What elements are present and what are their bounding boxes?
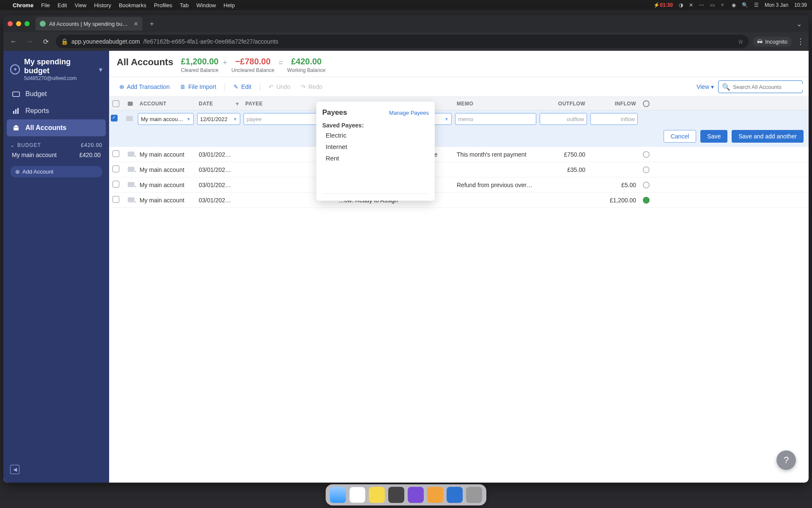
row-checkbox[interactable] [112, 181, 119, 188]
table-row[interactable]: My main account03/01/202……ow: Ready to A… [109, 193, 809, 208]
tabs-overflow-icon[interactable]: ⌄ [796, 20, 804, 28]
menu-bookmarks[interactable]: Bookmarks [119, 2, 146, 8]
collapse-sidebar-button[interactable]: ◀ [7, 461, 106, 478]
cancel-button[interactable]: Cancel [664, 130, 697, 143]
flag-icon[interactable] [128, 152, 134, 157]
wifi-icon[interactable]: ᯤ [721, 2, 726, 8]
payee-option[interactable]: Internet [316, 141, 435, 152]
dock-app-7[interactable] [447, 487, 463, 503]
flag-icon[interactable] [126, 116, 133, 121]
table-row[interactable]: My main account03/01/202……nediate Obliga… [109, 147, 809, 162]
dock-app-chrome[interactable] [349, 487, 365, 503]
siri-icon[interactable]: ☰ [754, 2, 759, 8]
reload-button[interactable]: ⟳ [40, 36, 52, 47]
sidebar-item-all-accounts[interactable]: All Accounts [7, 119, 106, 136]
date-combo[interactable]: 12/01/2022▼ [197, 113, 240, 125]
forward-button[interactable]: → [24, 36, 36, 47]
spotlight-icon[interactable]: 🔍 [742, 2, 748, 8]
sidebar-item-reports[interactable]: Reports [7, 102, 106, 119]
menu-window[interactable]: Window [196, 2, 216, 8]
help-button[interactable]: ? [776, 450, 796, 470]
file-import-button[interactable]: 🗎File Import [176, 81, 220, 93]
grid-header: ACCOUNT DATE▾ PAYEE CATEGORY MEMO OUTFLO… [109, 97, 809, 110]
sidebar-section-amount: £420.00 [81, 142, 102, 148]
cleared-icon[interactable] [643, 197, 650, 204]
col-account[interactable]: ACCOUNT [136, 101, 195, 107]
row-checkbox[interactable] [112, 196, 119, 203]
redo-button[interactable]: ↷Redo [296, 81, 326, 93]
browser-tab[interactable]: All Accounts | My spending bu… ✕ [36, 17, 143, 30]
budget-switcher[interactable]: ✦ My spending budget 5d485270@uifeed.com… [7, 56, 106, 86]
menu-tab[interactable]: Tab [180, 2, 189, 8]
save-button[interactable]: Save [700, 130, 727, 143]
menu-view[interactable]: View [74, 2, 86, 8]
col-outflow[interactable]: OUTFLOW [538, 101, 589, 107]
select-all-checkbox[interactable] [112, 100, 119, 107]
address-bar[interactable]: 🔒 app.youneedabudget.com/fe67162b-e665-4… [56, 35, 749, 48]
row-checkbox[interactable] [112, 150, 119, 157]
star-icon[interactable]: ☆ [738, 38, 743, 45]
col-inflow[interactable]: INFLOW [589, 101, 639, 107]
dock-app-5[interactable] [408, 487, 424, 503]
new-tab-button[interactable]: ＋ [146, 18, 158, 30]
payee-option[interactable]: Rent [316, 152, 435, 164]
col-date[interactable]: DATE▾ [195, 101, 242, 107]
battery-icon[interactable]: ⚡01:30 [653, 2, 673, 8]
table-row[interactable]: My main account03/01/202……nediate Obliga… [109, 162, 809, 177]
add-account-button[interactable]: ⊕ Add Account [10, 166, 102, 177]
manage-payees-link[interactable]: Manage Payees [389, 110, 429, 116]
row-checkbox[interactable] [112, 166, 119, 172]
search-input[interactable] [733, 84, 804, 90]
account-combo[interactable]: My main accou…▼ [138, 113, 194, 125]
table-row[interactable]: My main account03/01/202……nediate Obliga… [109, 177, 809, 193]
search-box[interactable]: 🔍 [718, 80, 803, 93]
menubar-date[interactable]: Mon 3 Jan [765, 2, 788, 8]
cleared-icon[interactable] [643, 182, 650, 188]
browser-menu-icon[interactable]: ⋮ [797, 37, 804, 46]
edit-button[interactable]: ✎Edit [229, 81, 255, 93]
cleared-icon[interactable] [643, 151, 650, 158]
save-add-another-button[interactable]: Save and add another [732, 130, 804, 143]
sidebar-budget-section[interactable]: ⌄ BUDGET £420.00 [7, 142, 106, 148]
dock-trash[interactable] [466, 487, 482, 503]
menubar-time[interactable]: 10:39 [794, 2, 807, 8]
memo-input[interactable] [455, 113, 536, 125]
menubar-app[interactable]: Chrome [13, 2, 33, 8]
dock-app-terminal[interactable] [388, 487, 404, 503]
outflow-input[interactable] [540, 113, 587, 125]
menu-file[interactable]: File [41, 2, 50, 8]
dock-app-6[interactable] [427, 487, 443, 503]
close-tab-icon[interactable]: ✕ [134, 21, 138, 27]
col-memo[interactable]: MEMO [453, 101, 538, 107]
menu-history[interactable]: History [94, 2, 111, 8]
minimize-window-icon[interactable] [16, 21, 21, 26]
dock-app-notes[interactable] [369, 487, 385, 503]
row-checkbox[interactable] [111, 115, 118, 121]
incognito-badge[interactable]: 🕶 Incognito [753, 37, 792, 47]
status-icon-1[interactable]: ◑ [679, 2, 683, 8]
menu-profiles[interactable]: Profiles [154, 2, 172, 8]
close-window-icon[interactable] [8, 21, 13, 26]
add-transaction-button[interactable]: ⊕Add Transaction [115, 81, 174, 93]
maximize-window-icon[interactable] [25, 21, 30, 26]
dock-app-finder[interactable] [330, 487, 346, 503]
col-cleared[interactable] [639, 100, 653, 107]
menu-help[interactable]: Help [224, 2, 235, 8]
working-label: Working Balance [287, 67, 326, 73]
view-dropdown[interactable]: View▾ [697, 83, 714, 90]
sidebar-item-budget[interactable]: Budget [7, 86, 106, 102]
flag-icon[interactable] [128, 182, 134, 187]
back-button[interactable]: ← [8, 36, 19, 47]
control-center-icon[interactable]: ◉ [732, 2, 736, 8]
sidebar-account-row[interactable]: My main account £420.00 [7, 148, 106, 162]
payee-option[interactable]: Electric [316, 130, 435, 141]
status-icon-2[interactable]: ✕ [689, 2, 693, 8]
undo-button[interactable]: ↶Undo [264, 81, 294, 93]
flag-icon[interactable] [128, 197, 134, 202]
menu-edit[interactable]: Edit [58, 2, 67, 8]
cleared-icon[interactable] [643, 166, 650, 173]
inflow-input[interactable] [590, 113, 638, 125]
status-icon-3[interactable]: ⋯ [699, 2, 704, 8]
status-icon-4[interactable]: ▭ [710, 2, 715, 8]
flag-icon[interactable] [128, 167, 134, 172]
